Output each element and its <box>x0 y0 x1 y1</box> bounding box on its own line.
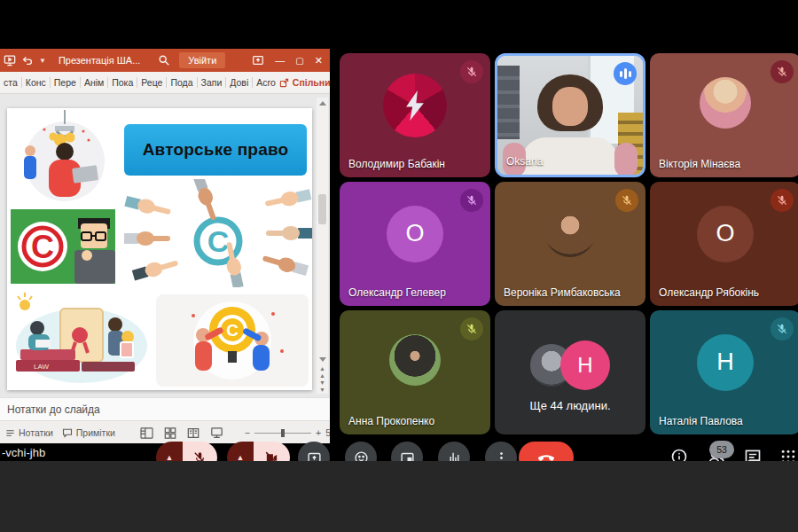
next-slide-button[interactable]: ▼▼ <box>319 379 325 394</box>
ribbon-tab[interactable]: Дові <box>225 77 252 88</box>
slide-scrollbar[interactable]: ▲▲ ▼▼ <box>317 98 328 394</box>
stacked-avatar-letter: H <box>560 340 610 390</box>
participant-tile[interactable]: Володимир Бабакін <box>340 53 490 177</box>
participant-tile[interactable]: H Наталія Павлова <box>650 310 798 434</box>
comments-toggle[interactable]: Примітки <box>62 427 115 438</box>
participant-tile[interactable]: Вікторія Мінаєва <box>650 53 798 177</box>
zoom-out-button[interactable]: − <box>245 427 250 438</box>
participant-name: Володимир Бабакін <box>348 158 445 170</box>
law-book-label: LAW <box>34 363 49 371</box>
slide-title-banner: Авторське право <box>124 124 307 176</box>
zoom-slider-thumb[interactable] <box>281 429 285 437</box>
participant-name: Олександр Рябокінь <box>659 286 759 299</box>
meeting-code: -vchi-jhb <box>2 446 45 459</box>
mic-muted-icon <box>771 60 794 83</box>
pointing-hands-illustration: C <box>124 179 312 287</box>
search-icon[interactable] <box>158 54 170 66</box>
avatar <box>383 74 447 137</box>
ribbon-tab[interactable]: Конс <box>21 77 50 88</box>
participant-tile[interactable]: Анна Прокопенко <box>340 310 490 434</box>
ribbon-options-icon[interactable] <box>252 54 264 66</box>
slide-sorter-view-button[interactable] <box>164 427 176 439</box>
comment-icon <box>62 427 73 438</box>
participant-name: Наталія Павлова <box>659 415 743 427</box>
ribbon-tab[interactable]: Пока <box>107 77 137 88</box>
notes-pane[interactable]: Нотатки до слайда <box>0 397 330 420</box>
mic-muted-icon <box>460 60 483 83</box>
slide-title: Авторське право <box>143 140 289 160</box>
mic-muted-icon <box>771 317 794 340</box>
participant-tile-video[interactable]: Oksana <box>495 53 645 177</box>
zoom-slider[interactable] <box>254 433 311 434</box>
copyright-symbol: C <box>207 224 230 258</box>
avatar <box>389 334 441 386</box>
avatar <box>544 206 596 257</box>
slideshow-icon <box>4 54 16 66</box>
background-panel <box>0 461 798 532</box>
ribbon-tab[interactable]: Пода <box>166 77 196 88</box>
mic-muted-icon <box>771 189 794 212</box>
participant-name: Вероніка Римбаковська <box>504 286 621 299</box>
normal-view-button[interactable] <box>140 427 153 439</box>
zoom-control: − + 52% <box>245 427 330 439</box>
share-button[interactable]: Спільний доступ <box>279 77 330 88</box>
participant-grid: Володимир Бабакін Oksana Вікторія Мінаєв… <box>340 53 798 436</box>
avatar-stack: H <box>495 340 645 390</box>
notes-placeholder: Нотатки до слайда <box>7 403 100 416</box>
more-people-label: Ще 44 людини. <box>495 399 645 412</box>
share-icon <box>279 78 289 88</box>
undo-icon[interactable] <box>21 54 34 66</box>
slide[interactable]: Авторське право C C <box>7 108 312 390</box>
mic-muted-icon <box>460 317 483 340</box>
copyright-letter: C <box>31 229 54 265</box>
participant-name: Олександр Гелевер <box>348 286 446 299</box>
minimize-button[interactable]: — <box>275 55 285 66</box>
avatar: O <box>697 206 754 262</box>
participant-tile[interactable]: O Олександр Гелевер <box>340 182 490 306</box>
ribbon-tab[interactable]: ста <box>0 77 21 88</box>
ribbon-tab[interactable]: Acro <box>252 77 279 88</box>
ribbon-tab-bar: ста Конс Пере Анім Пока Реце Пода Запи Д… <box>0 72 330 94</box>
participant-name: Oksana <box>506 155 543 168</box>
maximize-button[interactable]: ▢ <box>295 56 303 66</box>
copyright-card-illustration: C <box>11 209 115 284</box>
avatar: O <box>387 206 443 262</box>
participant-tile[interactable]: O Олександр Рябокінь <box>650 182 798 306</box>
document-title: Презентація ША... <box>59 55 140 66</box>
avatar: H <box>697 334 754 391</box>
mic-muted-icon <box>460 189 483 212</box>
sign-in-button[interactable]: Увійти <box>179 52 225 68</box>
participant-count-badge: 53 <box>709 441 734 458</box>
ppt-title-bar: ▼ Презентація ША... Увійти — ▢ ✕ <box>0 49 330 72</box>
ribbon-tab[interactable]: Запи <box>197 77 226 88</box>
audio-active-icon <box>614 62 637 85</box>
zoom-level[interactable]: 52% <box>325 427 330 438</box>
participant-name: Анна Прокопенко <box>348 415 434 427</box>
scroll-down-icon[interactable] <box>319 357 326 362</box>
coin-letter: C <box>226 321 239 340</box>
overflow-tile[interactable]: H Ще 44 людини. <box>495 310 645 434</box>
avatar <box>700 77 751 129</box>
notes-toggle[interactable]: Нотатки <box>5 427 53 438</box>
notes-icon <box>5 428 15 438</box>
slide-canvas[interactable]: Авторське право C C <box>0 94 330 397</box>
scroll-thumb[interactable] <box>318 194 326 224</box>
slideshow-view-button[interactable] <box>210 427 223 439</box>
quick-access-caret-icon[interactable]: ▼ <box>39 57 46 65</box>
participant-name: Вікторія Мінаєва <box>659 158 740 170</box>
idea-theft-illustration <box>9 110 121 206</box>
patent-law-illustration: LAW <box>9 291 154 388</box>
zoom-in-button[interactable]: + <box>316 427 321 438</box>
previous-slide-button[interactable]: ▲▲ <box>319 365 325 379</box>
ribbon-tab[interactable]: Пере <box>50 77 80 88</box>
mic-muted-icon <box>615 189 638 212</box>
powerpoint-window: ▼ Презентація ША... Увійти — ▢ ✕ ста Кон… <box>0 49 330 443</box>
lightning-bolt-icon <box>402 90 428 121</box>
scroll-up-icon[interactable] <box>319 101 326 106</box>
ribbon-tab[interactable]: Анім <box>80 77 107 88</box>
copyright-coin-illustration: C <box>156 294 309 387</box>
reading-view-button[interactable] <box>187 427 200 439</box>
ribbon-tab[interactable]: Реце <box>137 77 166 88</box>
close-button[interactable]: ✕ <box>315 55 323 66</box>
participant-tile[interactable]: Вероніка Римбаковська <box>495 182 645 306</box>
